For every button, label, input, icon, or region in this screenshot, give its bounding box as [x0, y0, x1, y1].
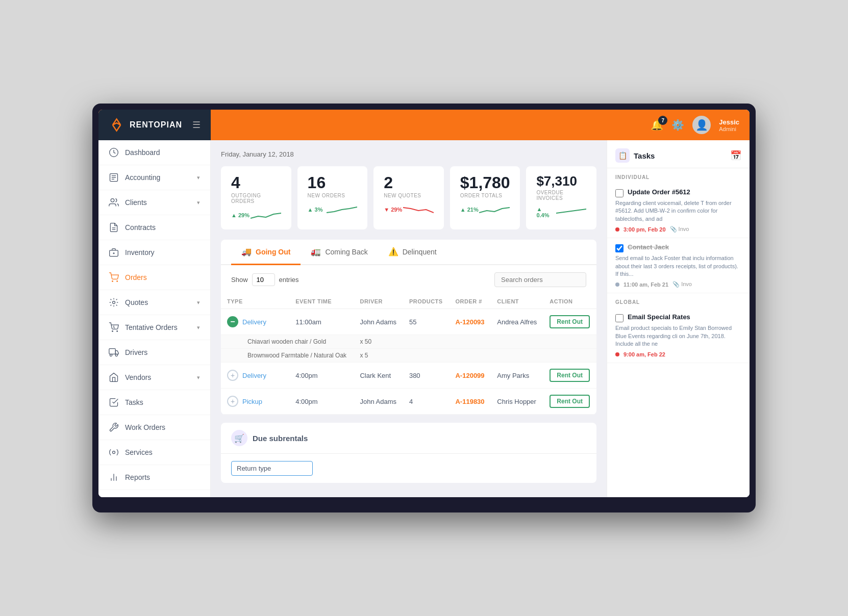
svg-point-8	[112, 281, 113, 282]
contracts-icon	[109, 222, 119, 233]
stat-overdue-value: $7,310	[536, 174, 586, 188]
task-name-1: Update Order #5612	[628, 188, 690, 196]
task-item-update-order: Update Order #5612 Regarding client voic…	[607, 183, 750, 238]
reports-icon	[109, 472, 119, 482]
subrentals-cart-icon: 🛒	[231, 430, 247, 446]
order-num-cell-2: A-120099	[449, 363, 491, 389]
pickup-text: Pickup	[242, 398, 262, 405]
stat-outgoing-value: 4	[231, 174, 281, 191]
order-tabs: 🚚 Going Out 🚛 Coming Back ⚠️ Delinquent	[221, 240, 596, 265]
delivery-outline-badge-2: +	[227, 370, 238, 381]
sidebar-item-vendors[interactable]: Vendors ▾	[98, 365, 210, 390]
sidebar-label-vendors: Vendors	[125, 373, 151, 381]
products-cell: 55	[403, 309, 450, 335]
search-orders-input[interactable]	[494, 272, 586, 287]
task-meta-1: 3:00 pm, Feb 20 📎 Invo	[615, 226, 741, 233]
task-time-1: 3:00 pm, Feb 20	[623, 226, 666, 233]
task-checkbox-row-3: Email Special Rates	[615, 313, 741, 322]
sidebar-item-dashboard[interactable]: Dashboard	[98, 140, 210, 165]
svg-point-9	[117, 281, 118, 282]
sidebar-item-inventory[interactable]: Inventory	[98, 240, 210, 265]
sidebar-label-clients: Clients	[125, 198, 147, 207]
tasks-icon: 📋	[615, 148, 630, 163]
table-row: + Delivery 4:00pm Clark Kent 380 A-12009…	[221, 363, 596, 389]
content-area: Friday, January 12, 2018 4 OUTGOING ORDE…	[211, 140, 607, 497]
task-checkbox-3[interactable]	[615, 314, 623, 322]
tasks-title-row: 📋 Tasks	[615, 148, 655, 163]
user-role: Admini	[719, 126, 739, 132]
task-attachment-2: 📎 Invo	[672, 281, 692, 288]
accounting-chevron-icon: ▾	[197, 174, 200, 181]
notifications-badge: 7	[658, 116, 667, 125]
sidebar-item-tasks[interactable]: Tasks	[98, 390, 210, 415]
sidebar-label-reports: Reports	[125, 473, 150, 481]
notifications-button[interactable]: 🔔 7	[651, 119, 663, 131]
stat-card-overdue: $7,310 OVERDUE INVOICES ▲ 0.4%	[526, 166, 596, 229]
sidebar-label-inventory: Inventory	[125, 248, 155, 256]
tasks-section-individual: INDIVIDUAL	[607, 168, 750, 183]
driver-cell-2: Clark Kent	[354, 363, 403, 389]
sidebar-item-work-orders[interactable]: Work Orders	[98, 415, 210, 440]
task-checkbox-row-1: Update Order #5612	[615, 188, 741, 197]
stat-card-outgoing: 4 OUTGOING ORDERS ▲ 29%	[221, 166, 291, 229]
order-type-cell-3: + Pickup	[221, 389, 289, 415]
work-orders-icon	[109, 422, 119, 432]
svg-rect-13	[109, 349, 116, 354]
stat-outgoing-label: OUTGOING ORDERS	[231, 193, 281, 204]
entries-select[interactable]: 10 25 50	[252, 273, 275, 286]
show-more-button[interactable]: SHOW MORE	[98, 490, 210, 497]
sidebar-label-services: Services	[125, 448, 153, 456]
logo-text: RENTOPIAN	[130, 120, 182, 130]
stat-overdue-change: ▲ 0.4%	[536, 206, 556, 218]
sidebar-item-accounting[interactable]: Accounting ▾	[98, 165, 210, 190]
svg-point-11	[112, 331, 113, 332]
stat-overdue-label: OVERDUE INVOICES	[536, 190, 586, 201]
pickup-badge: +	[227, 396, 238, 407]
sidebar-item-tentative-orders[interactable]: Tentative Orders ▾	[98, 315, 210, 340]
order-link-3[interactable]: A-119830	[455, 398, 484, 405]
tasks-calendar-icon[interactable]: 📅	[730, 150, 741, 161]
tab-delinquent[interactable]: ⚠️ Delinquent	[378, 240, 447, 265]
dashboard-icon	[109, 147, 119, 158]
rent-out-button-2[interactable]: Rent Out	[550, 395, 590, 408]
quotes-chevron-icon: ▾	[197, 299, 200, 306]
hamburger-icon[interactable]: ☰	[192, 119, 201, 131]
table-row-sub: Brownwood Farmtable / Natural Oak x 5	[221, 349, 596, 363]
sidebar-item-quotes[interactable]: Quotes ▾	[98, 290, 210, 315]
orders-table: TYPE EVENT TIME DRIVER PRODUCTS ORDER # …	[221, 294, 596, 415]
rent-out-button-0[interactable]: Rent Out	[550, 315, 590, 328]
svg-point-16	[113, 451, 115, 454]
stat-cards: 4 OUTGOING ORDERS ▲ 29% 16 NEW ORDERS ▲ …	[221, 166, 596, 229]
tasks-header: 📋 Tasks 📅	[607, 140, 750, 168]
tab-coming-back[interactable]: 🚛 Coming Back	[301, 240, 378, 265]
stat-card-new-orders: 16 NEW ORDERS ▲ 3%	[297, 166, 368, 229]
sidebar: Dashboard Accounting ▾ Clients ▾ Con	[98, 140, 211, 497]
sidebar-item-contracts[interactable]: Contracts	[98, 215, 210, 240]
sidebar-label-quotes: Quotes	[125, 298, 148, 306]
task-checkbox-2[interactable]	[615, 244, 623, 252]
sidebar-item-drivers[interactable]: Drivers	[98, 340, 210, 365]
stat-outgoing-footer: ▲ 29%	[231, 209, 281, 221]
sidebar-item-reports[interactable]: Reports	[98, 465, 210, 490]
rent-out-button-1[interactable]: Rent Out	[550, 369, 590, 382]
order-link[interactable]: A-120093	[455, 318, 484, 326]
client-cell-3: Chris Hopper	[491, 389, 543, 415]
clients-icon	[109, 197, 119, 208]
task-dot-gray-2	[615, 283, 619, 287]
avatar: 👤	[692, 116, 711, 134]
settings-button[interactable]: ⚙️	[671, 119, 684, 131]
col-order-num: ORDER #	[449, 294, 491, 309]
main-layout: Dashboard Accounting ▾ Clients ▾ Con	[98, 140, 750, 497]
sidebar-logo: RENTOPIAN ☰	[98, 110, 211, 140]
sidebar-item-clients[interactable]: Clients ▾	[98, 190, 210, 215]
order-panel: 🚚 Going Out 🚛 Coming Back ⚠️ Delinquent	[221, 240, 596, 415]
tasks-section-global: GLOBAL	[607, 293, 750, 308]
return-type-select[interactable]: Return type	[231, 461, 313, 476]
task-checkbox-1[interactable]	[615, 189, 623, 197]
sidebar-item-services[interactable]: Services	[98, 440, 210, 465]
tab-going-out[interactable]: 🚚 Going Out	[231, 240, 301, 265]
coming-back-icon: 🚛	[311, 247, 321, 256]
sidebar-label-contracts: Contracts	[125, 223, 156, 232]
sidebar-item-orders[interactable]: Orders	[98, 265, 210, 290]
order-link-2[interactable]: A-120099	[455, 372, 484, 379]
